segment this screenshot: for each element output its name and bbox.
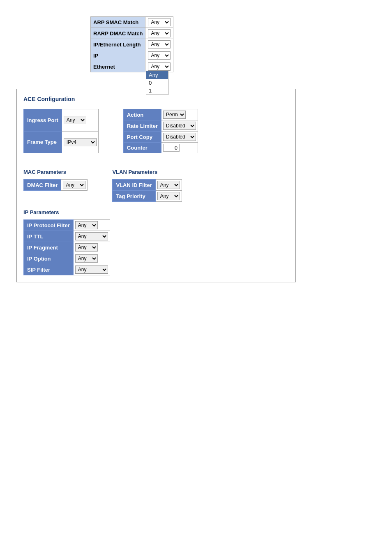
dmac-filter-label: DMAC Filter [24,180,61,191]
counter-row: Counter 0 [123,143,198,153]
action-label: Action [123,109,161,120]
filter-label-0: ARP SMAC Match [91,17,145,28]
action-table: Action Permit Rate Limiter Disabled Port… [123,109,198,153]
vlan-table: VLAN ID Filter Any Tag Priority Any [112,179,182,202]
ethernet-dropdown[interactable]: Any 0 1 [146,71,168,95]
mac-vlan-row: MAC Parameters DMAC Filter Any VLAN Para… [23,162,289,202]
top-filter-section: ARP SMAC MatchAnyRARP DMAC MatchAnyIP/Et… [90,16,376,72]
vlan-id-filter-label: VLAN ID Filter [113,180,155,191]
filter-select-1[interactable]: Any [148,29,171,37]
ip-fragment-value[interactable]: Any [73,242,110,253]
ip-protocol-filter-label: IP Protocol Filter [24,220,74,231]
ingress-frame-table: Ingress Port Any Frame Type IPv4 [23,109,99,153]
filter-label-2: IP/Ethernet Length [91,39,145,50]
filter-value-1[interactable]: Any [145,28,173,39]
sip-filter-label: SIP Filter [24,264,74,275]
ip-ttl-row: IP TTL Any [24,231,110,242]
ip-params-block: IP Parameters IP Protocol Filter Any IP … [23,209,289,275]
port-copy-label: Port Copy [123,132,161,143]
action-select[interactable]: Permit [163,111,186,119]
filter-value-3[interactable]: Any [145,50,173,61]
action-value[interactable]: Permit [161,109,198,120]
tag-priority-value[interactable]: Any [155,191,182,202]
filter-value-2[interactable]: Any [145,39,173,50]
filter-select-3[interactable]: Any [148,51,171,60]
ip-params-title: IP Parameters [23,209,289,215]
dropdown-option-0[interactable]: 0 [146,79,168,87]
ip-ttl-select[interactable]: Any [75,232,108,240]
filter-row-3: IPAny [91,50,173,61]
rate-limiter-label: Rate Limiter [123,120,161,132]
vlan-params-title: VLAN Parameters [112,169,182,175]
vlan-id-filter-select[interactable]: Any [157,181,180,189]
filter-select-4[interactable]: Any [148,62,171,71]
ingress-port-label: Ingress Port [24,109,62,132]
dmac-filter-select[interactable]: Any [63,181,85,189]
port-copy-value[interactable]: Disabled [161,132,198,143]
frame-type-value[interactable]: IPv4 [62,131,98,153]
dropdown-option-1[interactable]: 1 [146,87,168,95]
rate-limiter-value[interactable]: Disabled [161,120,198,132]
counter-label: Counter [123,143,161,153]
ip-option-select[interactable]: Any [75,254,98,263]
tag-priority-label: Tag Priority [113,191,155,202]
ace-title: ACE Configuration [23,96,289,102]
dmac-filter-row: DMAC Filter Any [24,180,88,191]
filter-row-1: RARP DMAC MatchAny [91,28,173,39]
frame-type-select[interactable]: IPv4 [64,138,97,146]
frame-type-row: Frame Type IPv4 [24,131,99,153]
ip-ttl-value[interactable]: Any [73,231,110,242]
mac-params-title: MAC Parameters [23,169,88,175]
filter-row-2: IP/Ethernet LengthAny [91,39,173,50]
rate-limiter-select[interactable]: Disabled [163,122,196,130]
vlan-params-block: VLAN Parameters VLAN ID Filter Any Tag P… [112,162,182,202]
dmac-filter-value[interactable]: Any [61,180,88,191]
port-copy-row: Port Copy Disabled [123,132,198,143]
ip-fragment-label: IP Fragment [24,242,74,253]
sip-filter-select[interactable]: Any [75,265,108,274]
tag-priority-row: Tag Priority Any [113,191,182,202]
rate-limiter-row: Rate Limiter Disabled [123,120,198,132]
ip-protocol-filter-value[interactable]: Any [73,220,110,231]
vlan-id-filter-value[interactable]: Any [155,180,182,191]
sip-filter-value[interactable]: Any [73,264,110,275]
ip-option-value[interactable]: Any [73,253,110,264]
counter-value: 0 [161,143,198,153]
ingress-port-row: Ingress Port Any [24,109,99,132]
mac-table: DMAC Filter Any [23,179,88,191]
ip-option-label: IP Option [24,253,74,264]
action-row: Action Permit [123,109,198,120]
filter-table: ARP SMAC MatchAnyRARP DMAC MatchAnyIP/Et… [90,16,173,72]
vlan-id-filter-row: VLAN ID Filter Any [113,180,182,191]
ip-protocol-filter-select[interactable]: Any [75,221,98,229]
filter-label-4: Ethernet [91,61,145,72]
dropdown-option-any[interactable]: Any [146,71,168,79]
ip-protocol-filter-row: IP Protocol Filter Any [24,220,110,231]
tag-priority-select[interactable]: Any [157,192,180,200]
ip-fragment-row: IP Fragment Any [24,242,110,253]
ip-table: IP Protocol Filter Any IP TTL Any IP Fra… [23,219,110,275]
ace-top-row: Ingress Port Any Frame Type IPv4 Act [23,109,289,153]
filter-label-3: IP [91,50,145,61]
counter-number: 0 [163,144,180,152]
ip-fragment-select[interactable]: Any [75,243,98,252]
filter-select-0[interactable]: Any [148,18,171,26]
ip-option-row: IP Option Any [24,253,110,264]
ip-ttl-label: IP TTL [24,231,74,242]
filter-select-2[interactable]: Any [148,40,171,48]
ingress-port-value[interactable]: Any [62,109,98,132]
ace-config-section: ACE Configuration Ingress Port Any Frame… [16,89,296,282]
filter-label-1: RARP DMAC Match [91,28,145,39]
sip-filter-row: SIP Filter Any [24,264,110,275]
frame-type-label: Frame Type [24,131,62,153]
ingress-port-select[interactable]: Any [64,116,86,124]
filter-row-0: ARP SMAC MatchAny [91,17,173,28]
filter-value-0[interactable]: Any [145,17,173,28]
mac-params-block: MAC Parameters DMAC Filter Any [23,162,88,202]
port-copy-select[interactable]: Disabled [163,133,196,141]
